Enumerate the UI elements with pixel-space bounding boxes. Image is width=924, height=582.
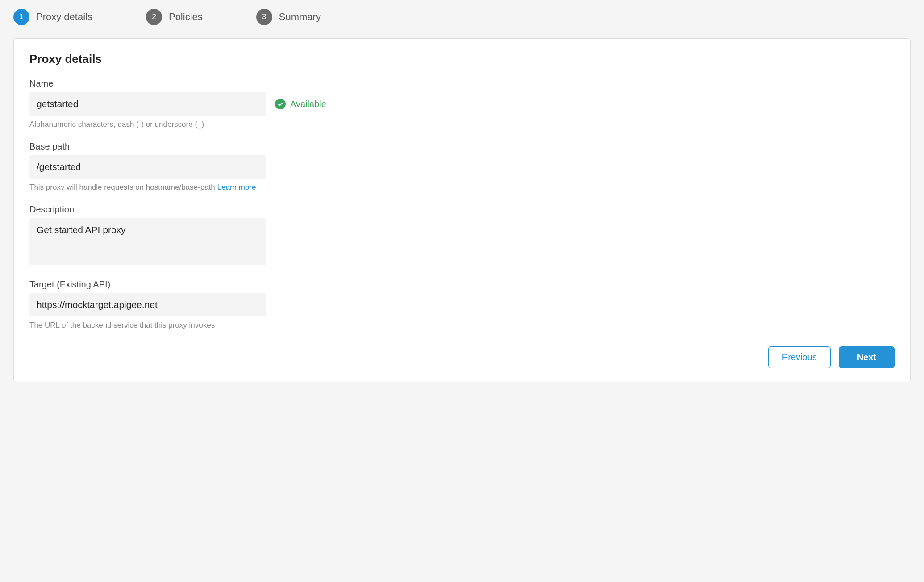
step-label-1: Proxy details xyxy=(36,11,92,23)
description-field-group: Description Get started API proxy xyxy=(29,204,387,267)
step-number-3: 3 xyxy=(256,9,272,25)
learn-more-link[interactable]: Learn more xyxy=(217,183,256,191)
target-label: Target (Existing API) xyxy=(29,279,387,290)
name-field-group: Name Available Alphanumeric characters, … xyxy=(29,79,387,129)
availability-indicator: Available xyxy=(275,99,326,109)
basepath-input[interactable] xyxy=(29,155,266,179)
page-title: Proxy details xyxy=(29,52,895,66)
target-input[interactable] xyxy=(29,293,266,316)
name-input[interactable] xyxy=(29,92,266,116)
step-divider xyxy=(99,17,139,17)
check-circle-icon xyxy=(275,99,286,109)
target-field-group: Target (Existing API) The URL of the bac… xyxy=(29,279,387,330)
step-divider xyxy=(209,17,250,17)
proxy-details-panel: Proxy details Name Available Alphanumeri… xyxy=(13,38,911,382)
step-summary[interactable]: 3 Summary xyxy=(256,9,321,25)
name-label: Name xyxy=(29,79,387,89)
description-input[interactable]: Get started API proxy xyxy=(29,218,266,265)
availability-text: Available xyxy=(290,99,326,109)
step-number-1: 1 xyxy=(13,9,29,25)
description-label: Description xyxy=(29,204,387,215)
basepath-helper: This proxy will handle requests on hostn… xyxy=(29,183,387,192)
basepath-label: Base path xyxy=(29,141,387,152)
target-helper: The URL of the backend service that this… xyxy=(29,321,387,330)
wizard-stepper: 1 Proxy details 2 Policies 3 Summary xyxy=(13,9,911,25)
next-button[interactable]: Next xyxy=(839,346,895,368)
name-helper: Alphanumeric characters, dash (-) or und… xyxy=(29,120,387,129)
button-row: Previous Next xyxy=(29,346,895,368)
step-policies[interactable]: 2 Policies xyxy=(146,9,203,25)
basepath-field-group: Base path This proxy will handle request… xyxy=(29,141,387,192)
step-number-2: 2 xyxy=(146,9,162,25)
step-label-3: Summary xyxy=(279,11,321,23)
step-label-2: Policies xyxy=(169,11,203,23)
previous-button[interactable]: Previous xyxy=(768,346,831,368)
step-proxy-details[interactable]: 1 Proxy details xyxy=(13,9,92,25)
